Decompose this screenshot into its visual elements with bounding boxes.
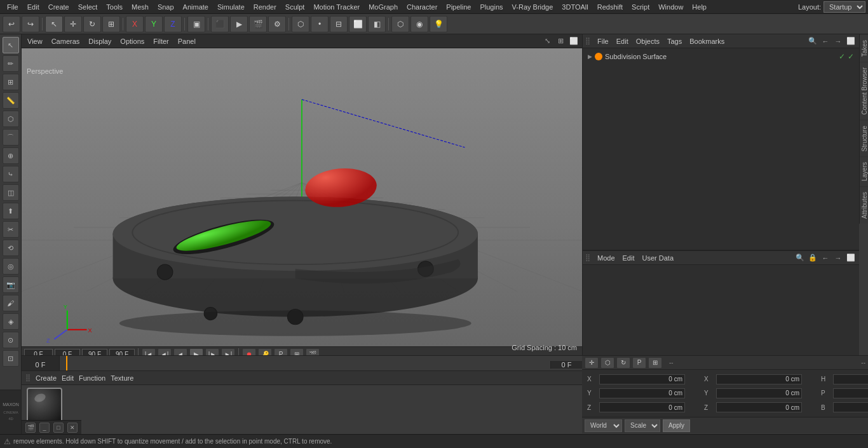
coord-z-size-input[interactable] bbox=[716, 402, 802, 412]
coords-move-icon[interactable]: ✛ bbox=[585, 357, 599, 369]
sidebar-shape-icon[interactable]: ⬡ bbox=[3, 111, 19, 127]
object-mode-button[interactable]: ⬡ bbox=[292, 16, 309, 32]
menu-tools[interactable]: Tools bbox=[102, 2, 127, 12]
world-dropdown[interactable]: World Object bbox=[585, 419, 622, 432]
coord-y-pos-input[interactable] bbox=[599, 388, 685, 398]
obj-menu-bookmarks[interactable]: Bookmarks bbox=[686, 37, 728, 46]
obj-check1-icon[interactable]: ✓ bbox=[839, 52, 845, 61]
undo-button[interactable]: ↩ bbox=[3, 16, 20, 32]
menu-redshift[interactable]: Redshift bbox=[593, 2, 627, 12]
rotate-tool-button[interactable]: ↻ bbox=[83, 16, 101, 32]
tab-layers[interactable]: Layers bbox=[860, 156, 868, 186]
attr-search-icon[interactable]: 🔍 bbox=[794, 252, 806, 264]
scene-canvas[interactable]: X Y Z Perspective Grid Spacing : 10 cm bbox=[22, 48, 582, 355]
obj-menu-tags[interactable]: Tags bbox=[664, 37, 685, 46]
menu-mograph[interactable]: MoGraph bbox=[364, 2, 402, 12]
mat-menu-function[interactable]: Function bbox=[79, 374, 105, 382]
coord-z-pos-input[interactable] bbox=[599, 402, 685, 412]
sidebar-spline-icon[interactable]: ⌒ bbox=[3, 129, 19, 146]
menu-script[interactable]: Script bbox=[627, 2, 654, 12]
render-region-button[interactable]: ⬛ bbox=[211, 16, 229, 32]
vp-icon-maximize[interactable]: ⬜ bbox=[568, 36, 580, 47]
sidebar-camera-icon[interactable]: 📷 bbox=[3, 276, 19, 293]
winbtn-minimize[interactable]: _ bbox=[39, 423, 50, 433]
layout-select[interactable]: Startup bbox=[824, 1, 865, 13]
menu-select[interactable]: Select bbox=[74, 2, 102, 12]
coord-x-pos-input[interactable] bbox=[599, 374, 685, 384]
obj-forward-icon[interactable]: → bbox=[832, 36, 844, 47]
attr-menu-edit[interactable]: Edit bbox=[620, 254, 638, 262]
winbtn-close[interactable]: ✕ bbox=[67, 423, 78, 433]
mat-swatch-runway[interactable] bbox=[27, 388, 62, 423]
vp-menu-panel[interactable]: Panel bbox=[175, 37, 199, 46]
menu-animate[interactable]: Animate bbox=[179, 2, 213, 12]
coords-grid-icon[interactable]: ⊞ bbox=[648, 357, 662, 369]
mat-menu-texture[interactable]: Texture bbox=[111, 374, 133, 382]
tab-structure[interactable]: Structure bbox=[860, 120, 868, 157]
sidebar-deform-icon[interactable]: ⤷ bbox=[3, 166, 19, 182]
vp-menu-cameras[interactable]: Cameras bbox=[48, 37, 83, 46]
obj-back-icon[interactable]: ← bbox=[820, 36, 831, 47]
sidebar-cursor-icon[interactable]: ↖ bbox=[3, 37, 19, 53]
select-tool-button[interactable]: ↖ bbox=[45, 16, 63, 32]
attr-back-icon[interactable]: ← bbox=[820, 252, 831, 264]
coord-p-input[interactable] bbox=[833, 388, 868, 398]
menu-simulate[interactable]: Simulate bbox=[213, 2, 249, 12]
menu-edit[interactable]: Edit bbox=[23, 2, 44, 12]
obj-search-icon[interactable]: 🔍 bbox=[807, 36, 818, 47]
coord-h-input[interactable] bbox=[833, 374, 868, 384]
menu-character[interactable]: Character bbox=[402, 2, 442, 12]
apply-button[interactable]: Apply bbox=[663, 419, 690, 432]
tab-takes[interactable]: Takes bbox=[860, 34, 868, 62]
mat-menu-create[interactable]: Create bbox=[36, 374, 57, 382]
sidebar-knife-icon[interactable]: ✂ bbox=[3, 221, 19, 238]
coords-scale-icon[interactable]: P bbox=[632, 357, 646, 369]
vp-menu-filter[interactable]: Filter bbox=[150, 37, 172, 46]
menu-sculpt[interactable]: Sculpt bbox=[281, 2, 309, 12]
menu-render[interactable]: Render bbox=[249, 2, 281, 12]
winbtn-restore[interactable]: □ bbox=[53, 423, 64, 433]
move-tool-button[interactable]: ✛ bbox=[64, 16, 82, 32]
obj-check2-icon[interactable]: ✓ bbox=[848, 52, 854, 61]
render-settings-button[interactable]: ⚙ bbox=[268, 16, 286, 32]
sidebar-grid-icon[interactable]: ⊞ bbox=[3, 74, 19, 90]
vp-icon-layout[interactable]: ⊞ bbox=[555, 36, 566, 47]
coord-b-input[interactable] bbox=[833, 402, 868, 412]
poly-mode-button[interactable]: ⬜ bbox=[349, 16, 367, 32]
coord-y-size-input[interactable] bbox=[716, 388, 802, 398]
tab-attributes[interactable]: Attributes bbox=[860, 186, 868, 224]
menu-pipeline[interactable]: Pipeline bbox=[442, 2, 475, 12]
tab-content-browser[interactable]: Content Browser bbox=[860, 62, 868, 119]
obj-maximize-icon[interactable]: ⬜ bbox=[845, 36, 857, 47]
menu-window[interactable]: Window bbox=[654, 2, 688, 12]
obj-item-subdivision[interactable]: ▶ Subdivision Surface ✓ ✓ bbox=[585, 51, 857, 62]
viewport[interactable]: View Cameras Display Options Filter Pane… bbox=[22, 34, 582, 355]
sidebar-poly-icon[interactable]: ◫ bbox=[3, 184, 19, 201]
obj-menu-edit[interactable]: Edit bbox=[613, 37, 632, 46]
vp-icon-expand[interactable]: ⤡ bbox=[541, 36, 553, 47]
sidebar-bool-icon[interactable]: ⊕ bbox=[3, 147, 19, 164]
object-axis-button[interactable]: ▣ bbox=[187, 16, 205, 32]
menu-create[interactable]: Create bbox=[44, 2, 74, 12]
vp-menu-display[interactable]: Display bbox=[85, 37, 114, 46]
coords-rotate-icon[interactable]: ↻ bbox=[616, 357, 630, 369]
obj-menu-file[interactable]: File bbox=[594, 37, 612, 46]
menu-help[interactable]: Help bbox=[688, 2, 711, 12]
display-all-button[interactable]: ⬡ bbox=[391, 16, 409, 32]
menu-snap[interactable]: Snap bbox=[153, 2, 179, 12]
attr-forward-icon[interactable]: → bbox=[832, 252, 844, 264]
axis-x-button[interactable]: X bbox=[126, 16, 144, 32]
winbtn-icon[interactable]: 🎬 bbox=[25, 423, 36, 433]
edge-mode-button[interactable]: ⊟ bbox=[330, 16, 348, 32]
scale-tool-button[interactable]: ⊞ bbox=[102, 16, 120, 32]
attr-lock-icon[interactable]: 🔒 bbox=[807, 252, 818, 264]
scale-dropdown[interactable]: Scale Size bbox=[625, 419, 660, 432]
sidebar-sculpt-icon[interactable]: ◈ bbox=[3, 313, 19, 330]
light-button[interactable]: 💡 bbox=[430, 16, 447, 32]
point-mode-button[interactable]: • bbox=[311, 16, 329, 32]
menu-plugins[interactable]: Plugins bbox=[475, 2, 507, 12]
sidebar-paint-icon[interactable]: ✏ bbox=[3, 55, 19, 72]
sidebar-magnet-icon[interactable]: ⊙ bbox=[3, 332, 19, 348]
coords-select-icon[interactable]: ⬡ bbox=[600, 357, 614, 369]
axis-y-button[interactable]: Y bbox=[145, 16, 163, 32]
